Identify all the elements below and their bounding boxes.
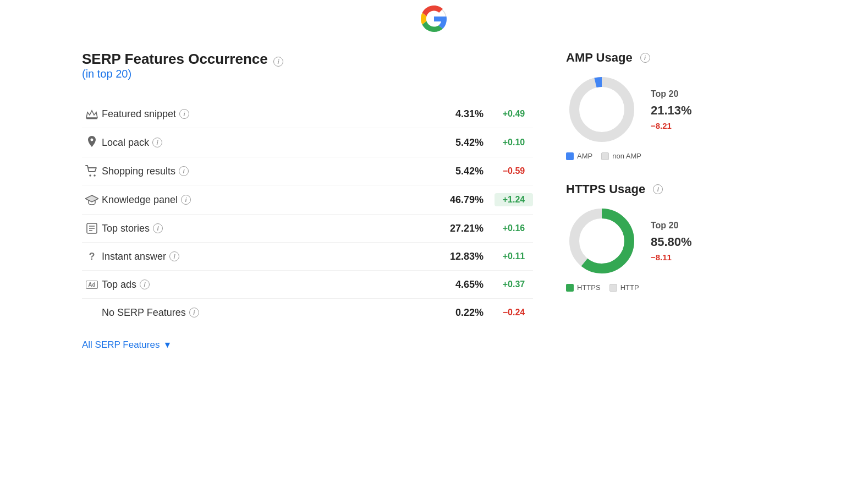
http-legend-label: HTTP [620,283,639,292]
feature-row-no-serp-features: No SERP Featuresi0.22%−0.24 [82,299,533,326]
top-stories-icon [82,222,102,234]
featured-snippet-change: +0.49 [495,108,533,120]
top-ads-icon: Ad [82,281,102,289]
https-legend-dot [566,284,574,292]
shopping-results-icon [82,165,102,177]
svg-point-9 [574,82,629,137]
local-pack-percentage: 5.42% [434,137,484,149]
top-stories-info-icon[interactable]: i [153,223,163,233]
featured-snippet-name: Featured snippeti [102,108,434,120]
page-wrapper: SERP Features Occurrence i (in top 20) F… [0,0,868,350]
instant-answer-percentage: 12.83% [434,251,484,262]
left-panel: SERP Features Occurrence i (in top 20) F… [82,51,533,350]
shopping-results-info-icon[interactable]: i [179,166,189,176]
instant-answer-icon: ? [82,251,102,262]
featured-snippet-info-icon[interactable]: i [179,109,189,119]
https-donut-chart [566,205,638,277]
svg-point-2 [89,174,91,177]
top-ads-percentage: 4.65% [434,279,484,291]
top-ads-name: Top adsi [102,279,434,291]
knowledge-panel-percentage: 46.79% [434,194,484,206]
amp-donut-chart [566,74,638,145]
section-subtitle: (in top 20) [82,68,533,80]
shopping-results-name: Shopping resultsi [102,166,434,177]
svg-rect-1 [86,118,97,119]
right-panel: AMP Usage i [566,51,786,350]
all-features-link[interactable]: All SERP Features ▼ [82,339,172,350]
knowledge-panel-info-icon[interactable]: i [181,195,191,205]
section-title-row: SERP Features Occurrence i [82,51,533,68]
amp-usage-section: AMP Usage i [566,51,786,160]
https-usage-body: Top 20 85.80% −8.11 [566,205,786,277]
https-legend-label: HTTPS [577,283,601,292]
main-content: SERP Features Occurrence i (in top 20) F… [49,51,819,350]
amp-usage-body: Top 20 21.13% −8.21 [566,74,786,145]
chevron-down-icon: ▼ [163,340,172,350]
amp-legend: AMP non AMP [566,152,786,160]
https-legend-https: HTTPS [566,283,601,292]
https-percentage: 85.80% [651,235,692,249]
knowledge-panel-change: +1.24 [495,193,533,206]
amp-usage-title: AMP Usage i [566,51,786,65]
shopping-results-percentage: 5.42% [434,166,484,177]
no-serp-features-name: No SERP Featuresi [102,307,434,319]
amp-legend-amp-label: AMP [577,152,592,160]
https-usage-section: HTTPS Usage i Top 20 85.80% [566,182,786,292]
local-pack-icon [82,136,102,149]
features-list: Featured snippeti4.31%+0.49Local packi5.… [82,100,533,326]
top-stories-percentage: 27.21% [434,223,484,234]
feature-row-top-ads: AdTop adsi4.65%+0.37 [82,271,533,299]
instant-answer-change: +0.11 [495,250,533,262]
no-serp-features-percentage: 0.22% [434,307,484,319]
https-legend: HTTPS HTTP [566,283,786,292]
https-stats: Top 20 85.80% −8.11 [651,221,692,262]
amp-legend-dot [566,152,574,160]
https-legend-http: HTTP [609,283,639,292]
serp-features-info-icon[interactable]: i [273,57,283,67]
amp-legend-amp: AMP [566,152,592,160]
top-stories-name: Top storiesi [102,223,434,234]
no-serp-features-info-icon[interactable]: i [189,308,199,317]
https-top20-label: Top 20 [651,221,692,231]
all-features-label: All SERP Features [82,339,160,350]
svg-point-3 [94,174,96,177]
instant-answer-info-icon[interactable]: i [169,251,179,261]
amp-change: −8.21 [651,121,692,130]
local-pack-info-icon[interactable]: i [152,138,162,147]
feature-row-featured-snippet: Featured snippeti4.31%+0.49 [82,100,533,128]
feature-row-top-stories: Top storiesi27.21%+0.16 [82,215,533,243]
amp-percentage: 21.13% [651,103,692,118]
amp-title-text: AMP Usage [566,51,633,65]
https-change: −8.11 [651,253,692,262]
amp-info-icon[interactable]: i [640,53,650,63]
knowledge-panel-name: Knowledge paneli [102,194,434,206]
no-serp-features-change: −0.24 [495,306,533,319]
feature-row-knowledge-panel: Knowledge paneli46.79%+1.24 [82,185,533,215]
feature-row-local-pack: Local packi5.42%+0.10 [82,128,533,157]
amp-top20-label: Top 20 [651,89,692,99]
https-title-text: HTTPS Usage [566,182,645,196]
local-pack-name: Local packi [102,137,434,149]
feature-row-shopping-results: Shopping resultsi5.42%−0.59 [82,157,533,185]
feature-row-instant-answer: ?Instant answeri12.83%+0.11 [82,243,533,271]
amp-stats: Top 20 21.13% −8.21 [651,89,692,130]
knowledge-panel-icon [82,194,102,205]
https-info-icon[interactable]: i [653,184,663,194]
google-logo [421,6,447,51]
http-legend-dot [609,284,617,292]
shopping-results-change: −0.59 [495,165,533,177]
non-amp-legend-dot [601,152,609,160]
amp-legend-nonamp: non AMP [601,152,641,160]
non-amp-legend-label: non AMP [612,152,641,160]
section-title: SERP Features Occurrence [82,51,268,67]
top-stories-change: +0.16 [495,222,533,234]
top-ads-change: +0.37 [495,278,533,291]
svg-marker-4 [85,195,98,202]
instant-answer-name: Instant answeri [102,251,434,262]
local-pack-change: +0.10 [495,136,533,149]
top-ads-info-icon[interactable]: i [140,280,150,289]
https-usage-title: HTTPS Usage i [566,182,786,196]
featured-snippet-icon [82,108,102,120]
featured-snippet-percentage: 4.31% [434,108,484,120]
